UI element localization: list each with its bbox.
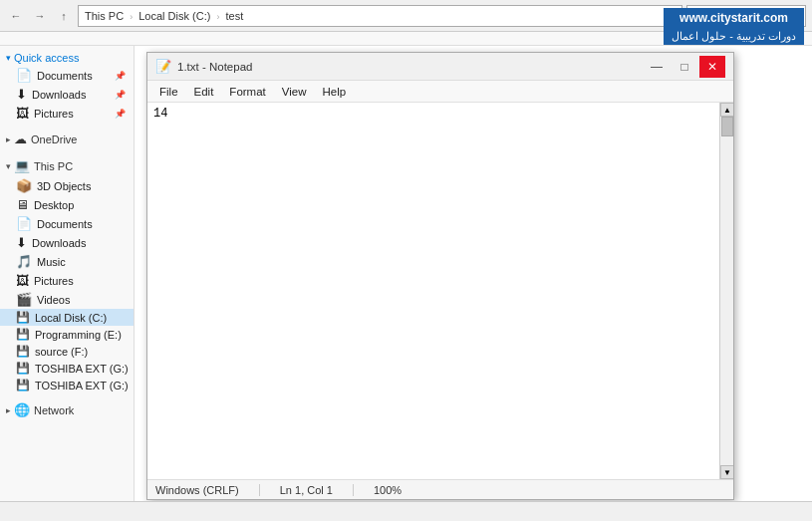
network-icon: 🌐 [14,402,30,417]
sidebar-item-proge[interactable]: 💾 Programming (E:) [0,326,134,343]
sidebar-item-downloads2[interactable]: ⬇ Downloads [0,233,134,252]
sidebar-item-desktop[interactable]: 🖥 Desktop [0,195,134,214]
notepad-title: 1.txt - Notepad [177,61,644,73]
sidebar-item-downloads[interactable]: ⬇ Downloads 📌 [0,85,134,104]
sidebar-item-documents2[interactable]: 📄 Documents [0,214,134,233]
pin-icon: 📌 [115,109,126,119]
minimize-button[interactable]: — [644,56,670,78]
menu-view[interactable]: View [274,84,315,100]
sidebar-item-pictures2[interactable]: 🖼 Pictures [0,271,134,290]
sidebar-item-videos[interactable]: 🎬 Videos [0,290,134,309]
quick-access-header[interactable]: ▾ Quick access [0,50,134,66]
sidebar-item-toshibag2[interactable]: 💾 TOSHIBA EXT (G:) [0,377,134,393]
pictures2-icon: 🖼 [16,273,29,288]
disk-g2-icon: 💾 [16,379,30,391]
address-bar[interactable]: This PC › Local Disk (C:) › test [78,5,682,27]
scroll-up-button[interactable]: ▲ [720,103,733,117]
sidebar-item-localc[interactable]: 💾 Local Disk (C:) [0,309,134,326]
disk-e-icon: 💾 [16,328,30,341]
notepad-menubar: File Edit Format View Help [147,81,733,103]
quick-access-label: Quick access [14,52,79,64]
cursor-position-status: Ln 1, Col 1 [280,484,333,496]
zoom-status: 100% [374,484,402,496]
notepad-titlebar: 📝 1.txt - Notepad — □ ✕ [147,53,733,81]
chevron-icon: ▸ [6,405,11,415]
sidebar-item-3dobjects[interactable]: 📦 3D Objects [0,176,134,195]
notepad-scrollbar[interactable]: ▲ ▼ [719,103,733,479]
line-ending-status: Windows (CRLF) [155,484,239,496]
downloads-icon: ⬇ [16,87,27,102]
sidebar-item-sourcef[interactable]: 💾 source (F:) [0,343,134,360]
watermark-line1: www.citystarit.com [664,8,804,28]
notepad-content: 14 ▲ ▼ [147,103,733,479]
pc-icon: 💻 [14,158,30,173]
watermark-line2: دورات تدريبية - حلول اعمال [664,28,804,45]
back-button[interactable]: ← [6,6,26,26]
sidebar-item-toshibag1[interactable]: 💾 TOSHIBA EXT (G:) [0,360,134,377]
documents2-icon: 📄 [16,216,32,231]
explorer-statusbar [0,501,812,521]
sidebar: ▾ Quick access 📄 Documents 📌 ⬇ Downloads… [0,46,135,501]
breadcrumb: This PC › Local Disk (C:) › test [85,10,243,22]
scroll-thumb[interactable] [721,117,733,136]
forward-button[interactable]: → [30,6,50,26]
thispc-header[interactable]: ▾ 💻 This PC [0,155,134,176]
network-header[interactable]: ▸ 🌐 Network [0,399,134,420]
window-controls: — □ ✕ [644,56,725,78]
downloads2-icon: ⬇ [16,235,27,250]
sidebar-item-pictures[interactable]: 🖼 Pictures 📌 [0,104,134,123]
notepad-textarea[interactable]: 14 [147,103,719,479]
explorer-window: ← → ↑ This PC › Local Disk (C:) › test ▾… [0,0,812,521]
music-icon: 🎵 [16,254,32,269]
3dobjects-icon: 📦 [16,178,32,193]
disk-g1-icon: 💾 [16,362,30,375]
maximize-button[interactable]: □ [672,56,697,78]
notepad-statusbar: Windows (CRLF) Ln 1, Col 1 100% [147,479,733,499]
menu-edit[interactable]: Edit [186,84,222,100]
pin-icon: 📌 [115,71,126,81]
notepad-icon: 📝 [155,59,171,75]
status-divider [259,484,260,496]
videos-icon: 🎬 [16,292,32,307]
pin-icon: 📌 [115,90,126,100]
status-divider2 [353,484,354,496]
up-button[interactable]: ↑ [54,6,74,26]
file-area: 📝 1.txt - Notepad — □ ✕ File Edit Format… [135,46,812,501]
disk-c-icon: 💾 [16,311,30,324]
desktop-icon: 🖥 [16,197,29,212]
menu-format[interactable]: Format [221,84,273,100]
onedrive-header[interactable]: ▸ ☁ OneDrive [0,129,134,149]
scroll-down-button[interactable]: ▼ [720,465,733,479]
documents-icon: 📄 [16,68,32,83]
chevron-icon: ▸ [6,134,11,144]
close-button[interactable]: ✕ [699,56,725,78]
sidebar-item-documents[interactable]: 📄 Documents 📌 [0,66,134,85]
pictures-icon: 🖼 [16,106,29,121]
explorer-content: ▾ Quick access 📄 Documents 📌 ⬇ Downloads… [0,46,812,501]
watermark: www.citystarit.com دورات تدريبية - حلول … [664,8,804,45]
onedrive-icon: ☁ [14,131,27,146]
chevron-icon: ▾ [6,161,11,171]
disk-f-icon: 💾 [16,345,30,358]
menu-file[interactable]: File [151,84,186,100]
sidebar-item-music[interactable]: 🎵 Music [0,252,134,271]
menu-help[interactable]: Help [315,84,355,100]
notepad-window: 📝 1.txt - Notepad — □ ✕ File Edit Format… [146,52,734,500]
